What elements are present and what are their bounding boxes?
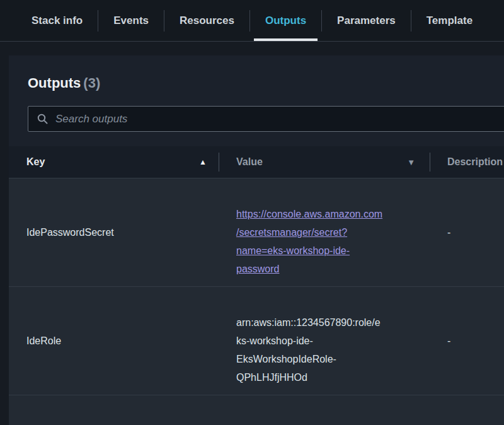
column-label: Value [236, 156, 263, 168]
output-value: https://d2cm17mep53jml.cloudf ront.net [219, 395, 430, 425]
tab-outputs[interactable]: Outputs [254, 0, 318, 41]
column-header-value[interactable]: Value ▼ [219, 146, 430, 178]
output-value-text: arn:aws:iam::1234567890:role/e ks-worksh… [236, 317, 381, 383]
tab-label: Outputs [265, 15, 306, 27]
tab-label: Template [427, 15, 472, 27]
search-icon [37, 113, 49, 125]
search-outputs-box[interactable] [28, 106, 504, 132]
outputs-panel-header: Outputs(3) [9, 55, 504, 146]
tab-divider [321, 10, 322, 32]
column-header-key[interactable]: Key ▲ [9, 146, 219, 178]
table-row: IdeRole arn:aws:iam::1234567890:role/e k… [9, 287, 504, 395]
tab-events[interactable]: Events [102, 0, 160, 41]
panel-title: Outputs(3) [28, 74, 504, 92]
tab-label: Stack info [32, 15, 83, 27]
tab-template[interactable]: Template [415, 0, 484, 41]
output-description: - [430, 335, 504, 347]
sort-ascending-icon[interactable]: ▲ [199, 158, 207, 166]
tab-label: Parameters [337, 15, 396, 27]
column-header-description: Description [430, 146, 504, 178]
sort-descending-icon[interactable]: ▼ [407, 158, 415, 166]
output-value: arn:aws:iam::1234567890:role/e ks-worksh… [219, 287, 430, 395]
output-value-link[interactable]: https://console.aws.amazon.com /secretsm… [236, 209, 382, 274]
tab-label: Events [113, 15, 149, 27]
output-key: IdeRole [9, 335, 219, 347]
table-row: IdeUrl https://d2cm17mep53jml.cloudf ron… [9, 395, 504, 425]
outputs-panel: Outputs(3) Key ▲ Value ▼ Description Ide… [9, 55, 504, 425]
outputs-table-header: Key ▲ Value ▼ Description [9, 146, 504, 178]
panel-item-count: (3) [83, 75, 100, 91]
tab-stack-info[interactable]: Stack info [20, 0, 94, 41]
table-row: IdePasswordSecret https://console.aws.am… [9, 178, 504, 287]
tab-divider [164, 10, 164, 32]
column-label: Description [447, 156, 503, 168]
tab-divider [411, 10, 411, 32]
output-description: - [430, 227, 504, 238]
tab-divider [98, 10, 98, 32]
panel-title-text: Outputs [28, 75, 81, 91]
output-key: IdePasswordSecret [9, 227, 219, 238]
tab-divider [249, 10, 250, 32]
search-input[interactable] [55, 113, 504, 125]
tab-parameters[interactable]: Parameters [326, 0, 407, 41]
stack-detail-tab-bar: Stack info Events Resources Outputs Para… [0, 0, 504, 42]
tab-resources[interactable]: Resources [168, 0, 246, 41]
tab-label: Resources [180, 15, 234, 27]
output-value: https://console.aws.amazon.com /secretsm… [219, 178, 430, 286]
column-label: Key [26, 156, 45, 168]
